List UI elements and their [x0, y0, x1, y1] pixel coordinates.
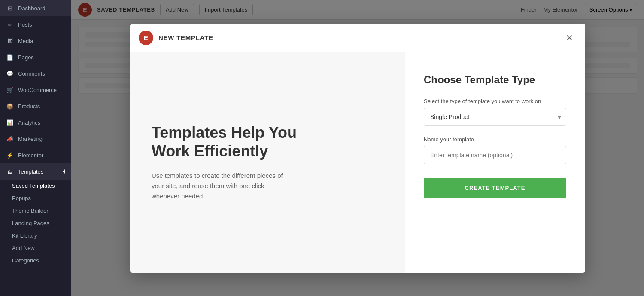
sidebar: ⊞ Dashboard ✏ Posts 🖼 Media 📄 Pages 💬 Co…: [0, 0, 71, 296]
landing-pages-label: Landing Pages: [12, 220, 49, 226]
templates-icon: 🗂: [6, 168, 14, 175]
modal-left-panel: Templates Help YouWork Efficiently Use t…: [130, 52, 405, 273]
select-wrapper: Single Product Page Section Header Foote…: [424, 108, 566, 126]
media-icon: 🖼: [6, 37, 14, 45]
marketing-icon: 📣: [6, 135, 14, 143]
modal-heading: Templates Help YouWork Efficiently: [152, 123, 383, 160]
sidebar-sub-kit-library[interactable]: Kit Library: [0, 229, 71, 242]
dashboard-icon: ⊞: [6, 4, 14, 12]
products-icon: 📦: [6, 102, 14, 110]
template-type-select[interactable]: Single Product Page Section Header Foote…: [424, 108, 566, 126]
sidebar-item-products[interactable]: 📦 Products: [0, 98, 71, 114]
select-label: Select the type of template you want to …: [424, 98, 566, 104]
active-indicator: [63, 169, 65, 174]
modal-overlay: E NEW TEMPLATE ✕ Templates Help YouWork …: [71, 0, 644, 296]
pages-icon: 📄: [6, 53, 14, 61]
modal-logo: E: [139, 31, 153, 45]
sidebar-item-label: Posts: [18, 21, 32, 28]
sidebar-item-label: Media: [18, 38, 33, 44]
sidebar-item-label: Analytics: [18, 119, 40, 126]
add-new-label: Add New: [12, 245, 35, 251]
sidebar-item-comments[interactable]: 💬 Comments: [0, 65, 71, 82]
sidebar-item-label: Elementor: [18, 152, 43, 159]
sidebar-item-label: Products: [18, 103, 40, 110]
create-template-button[interactable]: CREATE TEMPLATE: [424, 178, 566, 198]
analytics-icon: 📊: [6, 119, 14, 126]
sidebar-item-pages[interactable]: 📄 Pages: [0, 49, 71, 65]
modal-description: Use templates to create the different pi…: [152, 171, 289, 201]
saved-templates-label: Saved Templates: [12, 183, 55, 189]
sidebar-item-label: Pages: [18, 54, 34, 61]
categories-label: Categories: [12, 257, 39, 264]
sidebar-item-label: Marketing: [18, 136, 43, 142]
sidebar-sub-saved-templates[interactable]: Saved Templates: [0, 180, 71, 192]
modal-right-panel: Choose Template Type Select the type of …: [405, 52, 585, 273]
main-content: E SAVED TEMPLATES Add New Import Templat…: [71, 0, 644, 296]
modal-header: E NEW TEMPLATE ✕: [130, 24, 585, 52]
modal-right-title: Choose Template Type: [424, 74, 566, 86]
sidebar-item-analytics[interactable]: 📊 Analytics: [0, 114, 71, 131]
sidebar-item-dashboard[interactable]: ⊞ Dashboard: [0, 0, 71, 16]
sidebar-sub-landing-pages[interactable]: Landing Pages: [0, 217, 71, 229]
sidebar-item-posts[interactable]: ✏ Posts: [0, 16, 71, 33]
theme-builder-label: Theme Builder: [12, 208, 49, 214]
comments-icon: 💬: [6, 70, 14, 77]
sidebar-item-media[interactable]: 🖼 Media: [0, 33, 71, 49]
sidebar-item-elementor[interactable]: ⚡ Elementor: [0, 147, 71, 163]
sidebar-item-marketing[interactable]: 📣 Marketing: [0, 131, 71, 147]
name-label: Name your template: [424, 136, 566, 143]
elementor-icon: ⚡: [6, 151, 14, 159]
modal-body: Templates Help YouWork Efficiently Use t…: [130, 52, 585, 273]
template-name-input[interactable]: [424, 146, 566, 164]
sidebar-item-woocommerce[interactable]: 🛒 WooCommerce: [0, 82, 71, 98]
sidebar-sub-categories[interactable]: Categories: [0, 254, 71, 267]
sidebar-item-label: Dashboard: [18, 5, 46, 12]
sidebar-item-templates[interactable]: 🗂 Templates: [0, 163, 71, 180]
template-type-group: Select the type of template you want to …: [424, 98, 566, 126]
popups-label: Popups: [12, 195, 31, 201]
posts-icon: ✏: [6, 21, 14, 28]
woocommerce-icon: 🛒: [6, 86, 14, 94]
modal-close-button[interactable]: ✕: [562, 32, 577, 44]
sidebar-item-label: WooCommerce: [18, 87, 57, 93]
kit-library-label: Kit Library: [12, 232, 37, 239]
sidebar-sub-theme-builder[interactable]: Theme Builder: [0, 204, 71, 217]
new-template-modal: E NEW TEMPLATE ✕ Templates Help YouWork …: [130, 24, 585, 273]
sidebar-sub-add-new[interactable]: Add New: [0, 242, 71, 254]
sidebar-item-label: Comments: [18, 70, 45, 77]
modal-title: NEW TEMPLATE: [158, 34, 213, 41]
template-name-group: Name your template: [424, 136, 566, 164]
sidebar-item-label: Templates: [18, 168, 43, 175]
sidebar-sub-popups[interactable]: Popups: [0, 192, 71, 204]
